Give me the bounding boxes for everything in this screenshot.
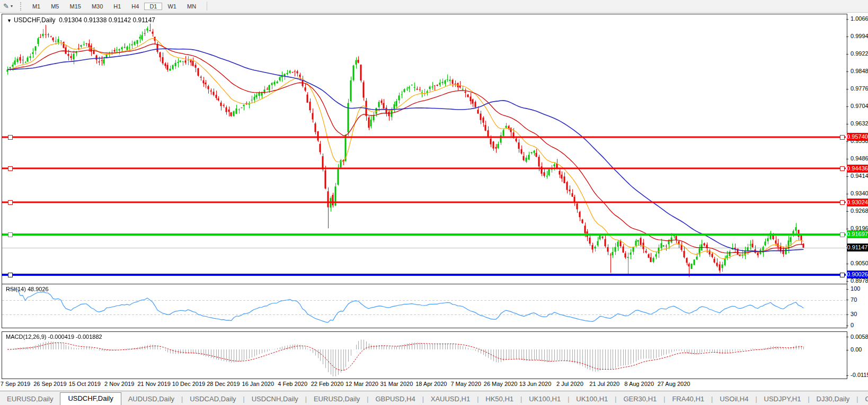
timeframe-button-w1[interactable]: W1	[162, 3, 182, 10]
timeframe-button-h4[interactable]: H4	[126, 3, 144, 10]
axis-tick	[846, 326, 848, 326]
price-axis-label: 0.99940	[846, 33, 868, 40]
chart-tab-gbpusd[interactable]: GBPUSD,H4	[368, 393, 422, 405]
chart-tab-eurusd[interactable]: EURUSD,Daily	[0, 393, 60, 405]
chart-tab-usdcnh[interactable]: USDCNH,Daily	[245, 393, 305, 405]
chart-tab-hk50[interactable]: HK50,H1	[479, 393, 520, 405]
rsi-scale-label: 100	[846, 285, 860, 292]
macd-scale-label: 0.005818	[846, 334, 868, 340]
axis-tick	[846, 314, 848, 315]
axis-tick	[846, 19, 848, 20]
axis-tick	[846, 54, 848, 55]
macd-label: MACD(12,26,9) -0.000419 -0.001882	[6, 334, 102, 340]
timeframe-toolbar: ✎ ▾ M1M5M15M30H1H4D1W1MN	[0, 0, 868, 13]
chart-title: ▼USDCHF,Daily 0.91304 0.91338 0.91142 0.…	[7, 16, 155, 24]
axis-tick	[846, 337, 848, 337]
timeframe-button-mn[interactable]: MN	[182, 3, 201, 10]
price-axis-label: 0.90500	[846, 260, 868, 267]
axis-tick	[846, 89, 848, 89]
timeframe-button-m30[interactable]: M30	[86, 3, 108, 10]
macd-canvas[interactable]	[2, 332, 846, 377]
axis-tick	[846, 71, 848, 72]
price-axis-label: 0.98480	[846, 68, 868, 75]
chart-tab-usdjpy[interactable]: USDJPY,H1	[757, 393, 808, 405]
timeframe-button-m5[interactable]: M5	[46, 3, 64, 10]
timeframe-button-h1[interactable]: H1	[108, 3, 126, 10]
axis-tick	[846, 350, 848, 350]
price-tag: 0.91147	[847, 244, 868, 251]
axis-tick	[846, 300, 848, 300]
price-tag: 0.94436	[847, 165, 868, 173]
date-axis[interactable]: 7 Sep 201926 Sep 201915 Oct 20192 Nov 20…	[2, 380, 846, 390]
chart-tab-eurusd[interactable]: EURUSD,Daily	[307, 393, 367, 405]
macd-scale-label: -0.011514	[846, 372, 868, 379]
rsi-scale-label: 0	[846, 322, 854, 329]
price-tag: 0.90026	[847, 271, 868, 278]
price-axis-label: 0.97040	[846, 103, 868, 110]
axis-tick	[846, 229, 848, 229]
chart-tab-usoil[interactable]: USOil,H4	[713, 393, 755, 405]
date-label: 27 Aug 2020	[652, 381, 696, 387]
chart-ohlc-values: 0.91304 0.91338 0.91142 0.91147	[59, 16, 155, 24]
chart-symbol-label: USDCHF,Daily	[14, 16, 56, 24]
timeframe-button-m15[interactable]: M15	[64, 3, 86, 10]
price-axis-label: 0.93400	[846, 190, 868, 197]
price-axis-label: 0.97760	[846, 85, 868, 92]
chart-tab-uk100[interactable]: UK100,H1	[569, 393, 615, 405]
toolbar-separator	[207, 2, 207, 11]
macd-indicator-panel: MACD(12,26,9) -0.000419 -0.001882	[2, 331, 847, 379]
chart-collapse-icon[interactable]: ▼	[7, 18, 12, 23]
timeframe-buttons: M1M5M15M30H1H4D1W1MN	[27, 1, 201, 12]
rsi-canvas[interactable]	[2, 284, 846, 327]
axis-tick	[846, 375, 848, 376]
chart-tab-uk100[interactable]: UK100,H1	[522, 393, 568, 405]
rsi-scale-label: 30	[846, 311, 857, 318]
chart-tab-fra40[interactable]: FRA40,H1	[665, 393, 711, 405]
macd-scale-label: 0.00	[846, 346, 862, 353]
rsi-indicator-panel: RSI(14) 48.9026	[2, 284, 847, 328]
axis-tick	[846, 281, 848, 282]
chart-tab-china300[interactable]: CHINA300,H1	[858, 393, 868, 405]
price-axis-label: 0.96320	[846, 120, 868, 127]
price-tag: 0.93024	[847, 199, 868, 206]
axis-tick	[846, 124, 848, 124]
trading-terminal-window: ✎ ▾ M1M5M15M30H1H4D1W1MN ▼USDCHF,Daily 0…	[0, 0, 868, 405]
axis-tick	[846, 211, 848, 212]
rsi-label: RSI(14) 48.9026	[6, 286, 49, 292]
tool-dropdown-icon[interactable]: ▾	[11, 4, 13, 8]
price-chart-canvas[interactable]	[2, 14, 846, 283]
axis-tick	[846, 106, 848, 107]
axis-tick	[846, 37, 848, 37]
chart-tab-xauusd[interactable]: XAUUSD,H1	[424, 393, 477, 405]
axis-tick	[846, 289, 848, 290]
chart-tabs: EURUSD,DailyUSDCHF,DailyAUDUSD,Daily|USD…	[0, 392, 868, 405]
chart-tab-bar: EURUSD,DailyUSDCHF,DailyAUDUSD,Daily|USD…	[0, 391, 868, 405]
axis-tick	[846, 176, 848, 177]
chart-tab-usdcad[interactable]: USDCAD,Daily	[183, 393, 243, 405]
chart-tab-usdchf-active[interactable]: USDCHF,Daily	[60, 392, 121, 405]
chart-tab-ger30[interactable]: GER30,H1	[616, 393, 663, 405]
toolbar-grip-handle[interactable]	[20, 2, 23, 11]
chart-tab-dj30[interactable]: DJ30,Daily	[810, 393, 857, 405]
price-axis-label: 0.94140	[846, 173, 868, 179]
axis-tick	[846, 194, 848, 194]
price-axis-label: 0.99220	[846, 50, 868, 57]
price-chart-panel: ▼USDCHF,Daily 0.91304 0.91338 0.91142 0.…	[2, 14, 847, 284]
price-axis-label: 0.92680	[846, 208, 868, 214]
price-axis-label: 0.94860	[846, 155, 868, 162]
chart-tab-audusd[interactable]: AUDUSD,Daily	[121, 393, 181, 405]
axis-tick	[846, 159, 848, 159]
axis-tick	[846, 141, 848, 142]
price-axis[interactable]: 1.00660 0.99940 0.99220 0.98480 0.97760 …	[846, 14, 868, 379]
price-tag: 0.91697	[847, 230, 868, 238]
timeframe-button-d1[interactable]: D1	[144, 3, 162, 10]
cursor-tool-icon[interactable]: ✎	[3, 2, 9, 10]
rsi-scale-label: 70	[846, 296, 857, 303]
axis-tick	[846, 264, 848, 264]
timeframe-button-m1[interactable]: M1	[27, 3, 46, 10]
price-tag: 0.95740	[847, 133, 868, 141]
price-axis-label: 1.00660	[846, 15, 868, 22]
